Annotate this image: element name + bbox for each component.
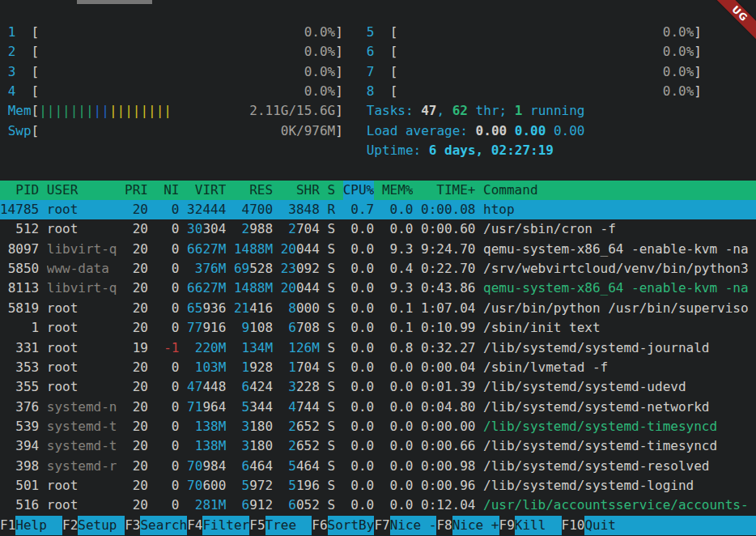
cell-res: 1488M [234,279,273,298]
f2-key-label: F2 [62,516,78,535]
cell-pid: 8097 [0,240,39,259]
cell-cpu: 0.7 [343,200,375,219]
cell-pid: 5850 [0,259,39,279]
header-cell-virt[interactable]: VIRT [187,181,226,200]
cell-pri: 20 [125,240,148,259]
header-cell-pri[interactable]: PRI [125,181,148,200]
meter-used-pipes: ||||||| [39,103,93,118]
header-cell-cmd[interactable]: Command [483,181,756,200]
header-cell-user[interactable]: USER [47,181,117,200]
cell-cmd: /lib/systemd/systemd-networkd [483,398,756,417]
header-cell-cpu[interactable]: CPU% [343,181,375,200]
cpu-meter-1-label: 1 [8,23,16,42]
table-row[interactable]: 355root2004744864243228S0.00.00:01.39/li… [0,377,756,397]
cell-mem: 0.0 [382,219,414,239]
cell-ni: 0 [156,358,180,377]
table-row[interactable]: 376systemd-n2007196453444744S0.00.00:04.… [0,398,756,417]
cpu-meter-8-label: 8 [367,82,375,101]
fkey-f9[interactable]: F9Kill [499,516,562,535]
table-row[interactable]: 331root19-1220M134M126MS0.00.80:32.27/li… [0,338,756,358]
cell-pri: 20 [125,476,148,496]
fkey-f5[interactable]: F5Tree [249,516,312,535]
cell-res: 5344 [234,398,273,417]
cell-time: 0:12.04 [421,496,475,515]
table-row[interactable]: 8113libvirt-q2006627M1488M20044S0.09.310… [0,279,756,298]
cell-shr: 126M [281,338,320,358]
cell-user: root [47,358,117,377]
table-row[interactable]: 8097libvirt-q2006627M1488M20044S0.09.319… [0,240,756,259]
fkey-f8[interactable]: F8Nice + [436,516,499,535]
table-row[interactable]: 512root2003030429882704S0.00.00:00.60/us… [0,219,756,239]
header-cell-time[interactable]: TIME+ [421,181,475,200]
table-row[interactable]: 353root200103M19281704S0.00.00:00.04/sbi… [0,358,756,377]
cell-st: S [327,417,335,436]
fkey-f7[interactable]: F7Nice - [374,516,436,535]
meter-value: 2.11G/15.6G [249,101,335,121]
load-average: Load average: 0.000.000.00 [367,121,585,141]
cell-st: R [327,200,335,219]
header-cell-ni[interactable]: NI [156,181,180,200]
cell-pid: 331 [0,338,39,358]
fkey-f3[interactable]: F3Search [125,516,187,535]
cell-ni: 0 [156,240,180,259]
cell-res: 6464 [234,457,273,476]
window-tab-remnant [77,0,152,4]
header-cell-pid[interactable]: PID [0,181,39,200]
cell-time: 0:32.27 [421,338,475,358]
table-row[interactable]: 501root2007060059725196S0.00.00:00.96/li… [0,476,756,496]
uptime-value: 6 days, 02:27:19 [429,143,554,158]
cell-user: libvirt-q [47,279,117,298]
table-row[interactable]: 539systemd-t200138M31802652S0.00.00:00.0… [0,417,756,436]
cell-user: root [47,377,117,397]
cpu-meter-row: 2[0.0%]6[0.0%] [0,42,756,62]
table-row[interactable]: 394systemd-t200138M31802652S0.00.00:00.6… [0,436,756,456]
cell-cmd: /lib/systemd/systemd-logind [483,476,756,496]
cell-ni: 0 [156,200,180,219]
cell-pri: 20 [125,318,148,338]
header-cell-st[interactable]: S [327,181,335,200]
cell-time: 0:00.00 [421,417,475,436]
header-cell-res[interactable]: RES [234,181,273,200]
cell-virt: 47448 [187,377,226,397]
fkey-f1[interactable]: F1Help [0,516,62,535]
fkey-f2[interactable]: F2Setup [62,516,125,535]
f5-action-label: Tree [265,516,312,535]
htop-terminal: 1[0.0%]5[0.0%]2[0.0%]6[0.0%]3[0.0%]7[0.0… [0,0,756,536]
cell-ni: -1 [156,338,180,358]
table-row[interactable]: 5850www-data200376M6952823092S0.00.40:22… [0,259,756,279]
cell-time: 0:00.66 [421,436,475,456]
table-row[interactable]: 5819root20065936214168000S0.00.11:07.04/… [0,299,756,318]
cell-st: S [327,219,335,239]
cell-virt: 70600 [187,476,226,496]
cell-cpu: 0.0 [343,417,375,436]
f10-action-label: Quit [584,516,756,535]
cell-st: S [327,338,335,358]
cell-pid: 355 [0,377,39,397]
header-cell-shr[interactable]: SHR [281,181,320,200]
f9-key-label: F9 [499,516,515,535]
meter-bar: 0.0% [397,62,694,82]
table-row[interactable]: 1root2007791691086708S0.00.10:10.99/sbin… [0,318,756,338]
fkey-f6[interactable]: F6SortBy [312,516,374,535]
cell-mem: 0.8 [382,338,414,358]
meter-value: 0.0% [663,62,694,82]
table-row[interactable]: 398systemd-r2007098464645464S0.00.00:00.… [0,457,756,476]
cell-user: root [47,476,117,496]
cell-pri: 20 [125,200,148,219]
fkey-f10[interactable]: F10Quit [562,516,756,535]
mem-meter-label: Mem [8,101,32,121]
fkey-f4[interactable]: F4Filter [187,516,249,535]
table-row[interactable]: 516root200281M69126052S0.00.00:12.04/usr… [0,496,756,515]
cell-time: 0:10.99 [421,318,475,338]
cell-cpu: 0.0 [343,318,375,338]
cell-res: 3180 [234,417,273,436]
cell-virt: 32444 [187,200,226,219]
cell-pri: 20 [125,398,148,417]
header-cell-mem[interactable]: MEM% [382,181,414,200]
tasks-thr_label: thr; [468,103,515,118]
cell-time: 1:07.04 [421,299,475,318]
table-row[interactable]: 14785root2003244447003848R0.70.00:00.08h… [0,200,756,219]
cell-time: 0:04.80 [421,398,475,417]
cell-pid: 376 [0,398,39,417]
cell-ni: 0 [156,496,180,515]
